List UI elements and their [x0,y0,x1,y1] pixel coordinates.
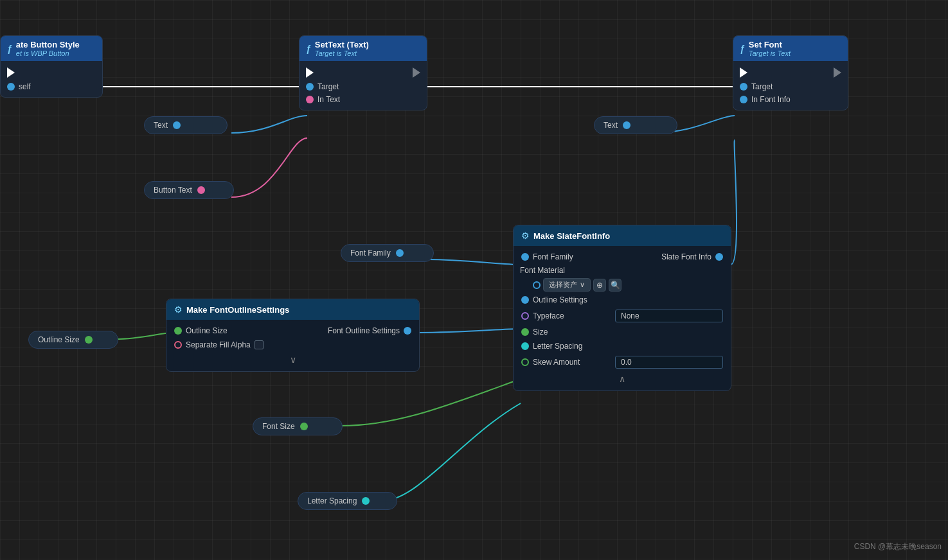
letter-spacing-slate-pin [521,342,529,350]
slate-font-info-right: Slate Font Info [661,252,723,261]
make-font-outline-icon: ⚙ [174,304,183,315]
separate-fill-checkbox[interactable] [255,340,264,349]
set-font-body: Target In Font Info [733,61,848,110]
exec-in-pin [7,67,15,78]
target-pin [306,83,314,91]
font-family-row: Font Family Slate Font Info [514,250,731,264]
node-header: ƒ ate Button Style et is WBP Button [1,36,102,61]
size-left: Size [521,328,548,337]
skew-amount-input[interactable] [615,356,723,369]
button-text-pin [197,186,205,194]
skew-amount-pin [521,358,529,366]
letter-spacing-pin [362,497,370,505]
typeface-input[interactable] [615,310,723,322]
separate-fill-label: Separate Fill Alpha [186,340,251,349]
select-asset-btn[interactable]: 选择资产 ∨ [543,278,591,292]
letter-spacing-label: Letter Spacing [307,496,357,505]
set-text-exec-out [413,67,420,78]
exec-row [1,65,102,80]
make-font-outline-body: Outline Size Font Outline Settings Separ… [166,320,419,371]
font-family-label: Font Family [350,249,391,258]
text-var-left: Text [144,116,228,134]
set-text-exec-row [300,65,427,80]
set-font-node: ƒ Set Font Target is Text Target In Font… [733,35,848,110]
button-text-var: Button Text [144,181,234,199]
node-title: ate Button Style [16,40,80,49]
outline-size-input-label: Outline Size [186,326,228,335]
outline-settings-pin [521,296,529,304]
typeface-left: Typeface [521,311,564,320]
set-font-info-label: In Font Info [751,95,791,104]
set-font-target-label: Target [751,82,773,91]
outline-size-var: Outline Size [28,331,118,349]
slate-font-info-pin [715,253,723,261]
self-pin [7,83,15,91]
outline-settings-left: Outline Settings [521,295,587,304]
select-asset-chevron: ∨ [580,281,585,289]
letter-spacing-slate-label: Letter Spacing [533,342,582,351]
font-material-pin [533,281,541,289]
outline-size-left: Outline Size [174,326,228,335]
separate-fill-row: Separate Fill Alpha [166,338,419,352]
set-text-exec-in [306,67,314,78]
set-text-title: SetText (Text) [315,40,369,49]
set-text-node: ƒ SetText (Text) Target is Text Target I… [299,35,427,110]
font-family-left: Font Family [521,252,573,261]
make-slate-title: Make SlateFontInfo [533,231,610,241]
size-pin [521,328,529,336]
set-font-header: ƒ Set Font Target is Text [733,36,848,61]
font-material-sub-row: 选择资产 ∨ ⊕ 🔍 [514,277,731,293]
set-button-style-node: ƒ ate Button Style et is WBP Button self [0,35,103,98]
skew-amount-label: Skew Amount [533,358,580,367]
self-row: self [1,80,102,93]
font-material-label: Font Material [520,266,565,275]
slate-font-info-label: Slate Font Info [661,252,711,261]
text-var-left-pin [173,121,181,129]
set-font-exec-in [740,67,747,78]
font-outline-right: Font Outline Settings [328,326,411,335]
letter-spacing-left: Letter Spacing [521,342,582,351]
slate-collapse-btn[interactable]: ∧ [514,371,731,387]
font-outline-settings-label: Font Outline Settings [328,326,400,335]
button-text-label: Button Text [154,186,192,195]
make-font-outline-title: Make FontOutlineSettings [186,305,289,315]
target-row: Target [300,80,427,93]
make-slate-icon: ⚙ [521,231,530,241]
outline-size-pin [85,336,93,344]
outline-settings-label: Outline Settings [533,295,587,304]
make-slate-header: ⚙ Make SlateFontInfo [514,225,731,246]
font-family-input-label: Font Family [533,252,573,261]
select-asset-label: 选择资产 [549,280,577,290]
size-label: Size [533,328,548,337]
font-size-var: Font Size [253,417,343,435]
skew-amount-left: Skew Amount [521,358,580,367]
text-var-left-label: Text [154,121,168,130]
text-var-right: Text [594,116,677,134]
in-text-row: In Text [300,93,427,106]
node-icon: ƒ [7,44,12,54]
font-family-input-pin [521,253,529,261]
letter-spacing-slate-row: Letter Spacing [514,339,731,353]
self-label: self [19,82,31,91]
asset-search-btn[interactable]: 🔍 [609,279,622,292]
make-font-outline-header: ⚙ Make FontOutlineSettings [166,299,419,320]
outline-settings-slate-row: Outline Settings [514,293,731,307]
set-font-target-pin [740,83,747,91]
set-font-info-pin [740,96,747,103]
set-font-icon: ƒ [740,44,745,54]
text-var-right-label: Text [604,121,618,130]
font-size-label: Font Size [262,422,295,431]
size-row: Size [514,325,731,339]
set-font-subtitle: Target is Text [749,49,791,57]
in-text-label: In Text [317,95,340,104]
font-material-header-row: Font Material [514,264,731,277]
make-font-outline-node: ⚙ Make FontOutlineSettings Outline Size … [166,299,420,372]
asset-add-btn[interactable]: ⊕ [593,279,606,292]
outline-size-label: Outline Size [38,335,80,344]
text-var-right-pin [623,121,631,129]
separate-fill-left: Separate Fill Alpha [174,340,264,349]
outline-size-input-pin [174,327,182,335]
set-font-title: Set Font [749,40,791,49]
font-family-var: Font Family [341,244,434,262]
collapse-btn[interactable]: ∨ [166,352,419,367]
